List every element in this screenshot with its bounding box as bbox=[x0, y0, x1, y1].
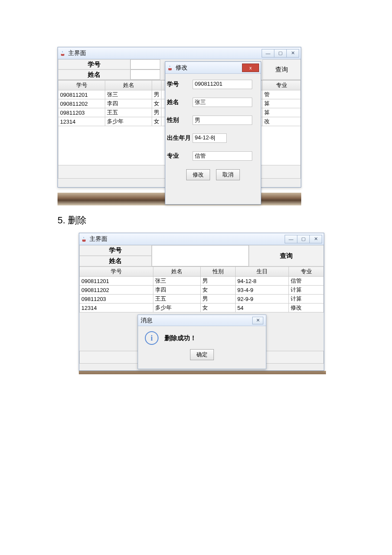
svg-point-0 bbox=[61, 53, 64, 54]
screenshot-delete: 主界面 — ▢ ✕ 学号 姓名 查询 bbox=[79, 233, 326, 374]
window-title-2: 主界面 bbox=[89, 235, 107, 243]
table-row[interactable]: 090811201张三男94-12-8信管 bbox=[80, 277, 324, 286]
java-cup-icon bbox=[167, 64, 174, 71]
message-ok-button[interactable]: 确定 bbox=[190, 349, 214, 360]
minimize-button-2[interactable]: — bbox=[285, 235, 297, 243]
th-name[interactable]: 姓名 bbox=[105, 81, 152, 90]
th2-dob[interactable]: 生日 bbox=[236, 267, 289, 277]
table-row[interactable]: 09811203王五男92-9-9计算 bbox=[80, 295, 324, 304]
mod-input-dob[interactable]: 94-12-8| bbox=[193, 133, 227, 143]
query-button-2[interactable]: 查询 bbox=[249, 245, 324, 266]
search-area-2: 学号 姓名 查询 bbox=[79, 245, 324, 266]
mod-input-id[interactable]: 090811201 bbox=[193, 80, 252, 89]
java-cup-icon bbox=[60, 50, 66, 57]
java-cup-icon bbox=[81, 236, 88, 243]
th-g[interactable] bbox=[152, 81, 161, 90]
mod-label-major: 专业 bbox=[167, 152, 193, 160]
mod-input-gender[interactable]: 男 bbox=[193, 116, 252, 125]
titlebar[interactable]: 主界面 — ▢ ✕ bbox=[58, 47, 301, 59]
mod-label-gender: 性别 bbox=[167, 116, 193, 124]
th-id[interactable]: 学号 bbox=[58, 81, 105, 90]
search-label-id: 学号 bbox=[58, 59, 130, 69]
message-text: 删除成功！ bbox=[164, 334, 196, 342]
info-icon: i bbox=[145, 331, 159, 345]
message-close-button[interactable]: ✕ bbox=[252, 317, 263, 324]
mod-input-major[interactable]: 信管 bbox=[193, 151, 252, 161]
close-button[interactable]: ✕ bbox=[286, 49, 299, 58]
th2-gender[interactable]: 性别 bbox=[201, 267, 236, 277]
modify-close-button[interactable]: x bbox=[242, 64, 259, 72]
decorative-strip-2 bbox=[79, 371, 326, 374]
table-wrap-2: 学号 姓名 性别 生日 专业 090811201张三男94-12-8信管0908… bbox=[79, 266, 324, 312]
mod-label-id: 学号 bbox=[167, 81, 193, 88]
table-row[interactable]: 090811202李四女93-4-9计算 bbox=[80, 286, 324, 295]
search-label-name: 姓名 bbox=[58, 69, 130, 80]
th2-major[interactable]: 专业 bbox=[289, 267, 324, 277]
search2-label-name: 姓名 bbox=[79, 256, 152, 266]
mod-input-name[interactable]: 张三 bbox=[193, 98, 252, 107]
modify-cancel-button[interactable]: 取消 bbox=[216, 169, 240, 180]
minimize-button[interactable]: — bbox=[262, 49, 274, 58]
modify-title: 修改 bbox=[176, 64, 187, 72]
modify-titlebar[interactable]: 修改 x bbox=[165, 62, 261, 74]
query-button[interactable]: 查询 bbox=[262, 59, 301, 80]
close-button-2[interactable]: ✕ bbox=[309, 235, 322, 243]
modify-ok-button[interactable]: 修改 bbox=[186, 169, 210, 180]
search2-input[interactable] bbox=[152, 245, 249, 266]
search-input-id[interactable] bbox=[130, 59, 160, 69]
screenshot-modify: 主界面 — ▢ ✕ 学号 姓名 bbox=[58, 47, 305, 205]
data-table-2[interactable]: 学号 姓名 性别 生日 专业 090811201张三男94-12-8信管0908… bbox=[79, 266, 324, 312]
maximize-button[interactable]: ▢ bbox=[274, 49, 287, 58]
modify-dialog: 修改 x 学号 090811201 姓名 张三 性别 男 出生年月 94-12-… bbox=[165, 61, 261, 205]
table-row[interactable]: 12314多少年女54修改 bbox=[80, 304, 324, 312]
th-major[interactable]: 专业 bbox=[262, 81, 301, 90]
message-title: 消息 bbox=[141, 317, 153, 324]
search2-label-id: 学号 bbox=[79, 245, 152, 256]
mod-label-dob: 出生年月 bbox=[167, 134, 193, 142]
window-title: 主界面 bbox=[68, 49, 86, 57]
message-titlebar[interactable]: 消息 ✕ bbox=[138, 315, 266, 326]
section-caption: 5. 删除 bbox=[58, 214, 334, 227]
titlebar-2[interactable]: 主界面 — ▢ ✕ bbox=[79, 233, 324, 245]
modify-client: 学号 090811201 姓名 张三 性别 男 出生年月 94-12-8| 专业… bbox=[165, 74, 261, 184]
search-input-name[interactable] bbox=[130, 69, 160, 80]
message-dialog: 消息 ✕ i 删除成功！ 确定 bbox=[138, 315, 266, 369]
th2-name[interactable]: 姓名 bbox=[153, 267, 201, 277]
maximize-button-2[interactable]: ▢ bbox=[297, 235, 310, 243]
mod-label-name: 姓名 bbox=[167, 98, 193, 106]
th2-id[interactable]: 学号 bbox=[80, 267, 153, 277]
